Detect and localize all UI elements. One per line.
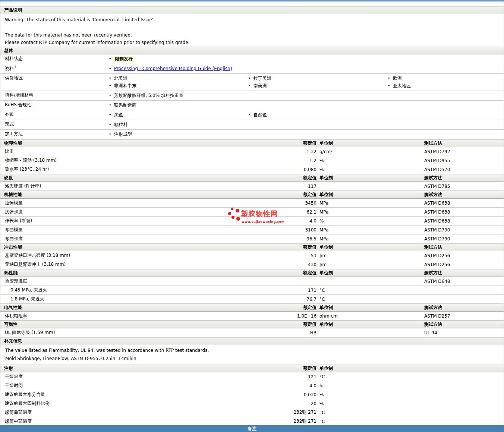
info-row: 外观•黑色•自然色	[0, 110, 504, 120]
section-header: 热性能额定值单位制测试方法	[0, 269, 504, 277]
section-header: 补充信息	[0, 337, 504, 345]
info-column: •欧洲•亚太地区	[385, 75, 504, 89]
property-row: 伸长率 (断裂)4.0%ASTM D638	[0, 217, 504, 226]
property-test-method: ASTM D638	[424, 201, 450, 206]
property-value: 430	[261, 262, 316, 267]
property-row: 建议的最大水分含量0.030%	[0, 390, 504, 399]
supplemental-text-block: The value listed as Flammability, UL 94,…	[0, 345, 504, 365]
section-header: 物理性能额定值单位制测试方法	[0, 139, 504, 147]
column-header-value: 额定值	[261, 305, 316, 311]
supplemental-text-line: The value listed as Flammability, UL 94,…	[0, 346, 504, 354]
property-value: 62.1	[261, 209, 316, 215]
warning-line: Please contact RTP Company for current i…	[5, 40, 504, 45]
bullet-text: 黑色	[114, 112, 123, 117]
property-row: 1.8 MPa, 未退火76.7°C	[0, 295, 504, 304]
bullet-text: 欧洲	[393, 76, 402, 81]
property-test-method: ASTM D256	[424, 262, 450, 267]
sections-container: 总体材料状态•限制发行资料1•Processing - Comprehensiv…	[0, 47, 504, 432]
info-columns: •北美洲•非洲和中东•拉丁美洲•南美洲•欧洲•亚太地区	[107, 75, 504, 89]
info-columns: •联系制造商	[107, 101, 504, 109]
info-label: 外观	[0, 111, 107, 119]
property-unit: °C	[316, 374, 365, 379]
property-label: 吸水率 (23°C, 24 hr)	[0, 166, 261, 173]
property-row: 干燥温度121°C	[0, 372, 504, 381]
property-label: UL 阻燃等级 (1.59 mm)	[0, 329, 261, 336]
property-test-method: ASTM D785	[424, 184, 450, 189]
bullet-icon: •	[109, 101, 112, 109]
property-test-method: ASTM D648	[424, 279, 450, 284]
property-unit: MPa	[316, 201, 365, 206]
property-row: 吸水率 (23°C, 24 hr)0.080%ASTM D570	[0, 165, 504, 174]
info-column: •联系制造商	[107, 101, 246, 109]
property-value: 20	[261, 401, 316, 406]
property-unit: %	[316, 167, 365, 172]
bullet-icon: •	[109, 121, 112, 128]
column-header-value: 额定值	[261, 270, 316, 276]
bullet-text: 芳族聚酰胺纤维, 5.0% 填料按重量	[114, 93, 183, 98]
property-value: HB	[261, 330, 316, 335]
property-row: 热变形温度ASTM D648	[0, 277, 504, 286]
section-title: 硬度	[0, 175, 261, 181]
info-column: •限制发行	[107, 55, 246, 63]
bullet-icon: •	[388, 82, 391, 89]
column-header-unit: 单位制	[316, 270, 365, 276]
info-column: •拉丁美洲•南美洲	[246, 75, 385, 89]
property-value: 4.0	[261, 383, 316, 388]
info-row: 资料1•Processing - Comprehensive Molding G…	[0, 64, 504, 74]
column-header-unit: 单位制	[316, 140, 365, 146]
property-label: 伸长率 (断裂)	[0, 218, 261, 224]
warning-line: The data for this material has not been …	[5, 32, 504, 38]
info-row: 填料/增强材料•芳族聚酰胺纤维, 5.0% 填料按重量	[0, 91, 504, 101]
info-label: 填料/增强材料	[0, 92, 107, 99]
column-header-value: 额定值	[261, 244, 316, 250]
property-value: 76.7	[261, 297, 316, 302]
property-row: 干燥时间4.0hr	[0, 381, 504, 390]
property-row: 抗张强度62.1MPaASTM D638	[0, 208, 504, 217]
property-label: 干燥时间	[0, 382, 261, 389]
page-title: 产品说明	[0, 7, 261, 13]
info-label: 形式	[0, 121, 107, 128]
property-value: 1.2	[261, 158, 316, 163]
info-column: •自然色	[246, 111, 385, 119]
footnote-ref: 1	[15, 65, 17, 69]
notes-footer-bar: 备注	[0, 425, 504, 432]
property-value: 121	[261, 374, 316, 379]
column-header-unit: 单位制	[316, 365, 365, 372]
bullet-item: •自然色	[246, 111, 385, 119]
bullet-icon: •	[109, 130, 112, 138]
property-label: 1.8 MPa, 未退火	[0, 296, 261, 302]
property-value: 1.0E+16	[261, 313, 316, 319]
column-header-test: 测试方法	[424, 140, 442, 146]
property-label: 比重	[0, 148, 261, 155]
property-test-method: ASTM D955	[424, 158, 450, 163]
bullet-item: •芳族聚酰胺纤维, 5.0% 填料按重量	[107, 92, 246, 99]
molding-guide-link[interactable]: Processing - Comprehensive Molding Guide…	[114, 66, 232, 71]
info-row: 形式•颗粒料	[0, 120, 504, 130]
property-value: 232到 271	[261, 418, 316, 425]
property-test-method: ASTM D570	[424, 167, 450, 172]
info-columns: •限制发行	[107, 55, 504, 63]
bullet-item: •欧洲	[385, 75, 504, 82]
property-unit: %	[316, 218, 365, 224]
property-test-method: ASTM D638	[424, 218, 450, 224]
warning-line: Warning: The status of this material is …	[5, 17, 504, 22]
bullet-text: 亚太地区	[393, 83, 411, 88]
property-test-method: ASTM D790	[424, 236, 450, 242]
bullet-icon: •	[248, 82, 251, 89]
property-test-method: UL 94	[424, 330, 437, 335]
property-value: 171	[261, 288, 316, 293]
column-header-unit: 单位制	[316, 192, 365, 198]
property-value: 1.32	[261, 149, 316, 154]
property-label: 弯曲模量	[0, 227, 261, 233]
column-header-unit: 单位制	[316, 175, 365, 181]
property-test-method: ASTM D790	[424, 227, 450, 233]
bullet-item: •拉丁美洲	[246, 75, 385, 82]
info-label: 材料状态	[0, 55, 107, 63]
bullet-text: 自然色	[253, 112, 267, 117]
property-row: 弯曲模量3100MPaASTM D790	[0, 226, 504, 234]
column-header-test: 测试方法	[424, 244, 442, 250]
section-title: 机械性能	[0, 192, 261, 198]
property-unit: °C	[316, 297, 365, 302]
column-header-test: 测试方法	[424, 192, 442, 198]
property-value: 117	[261, 184, 316, 189]
